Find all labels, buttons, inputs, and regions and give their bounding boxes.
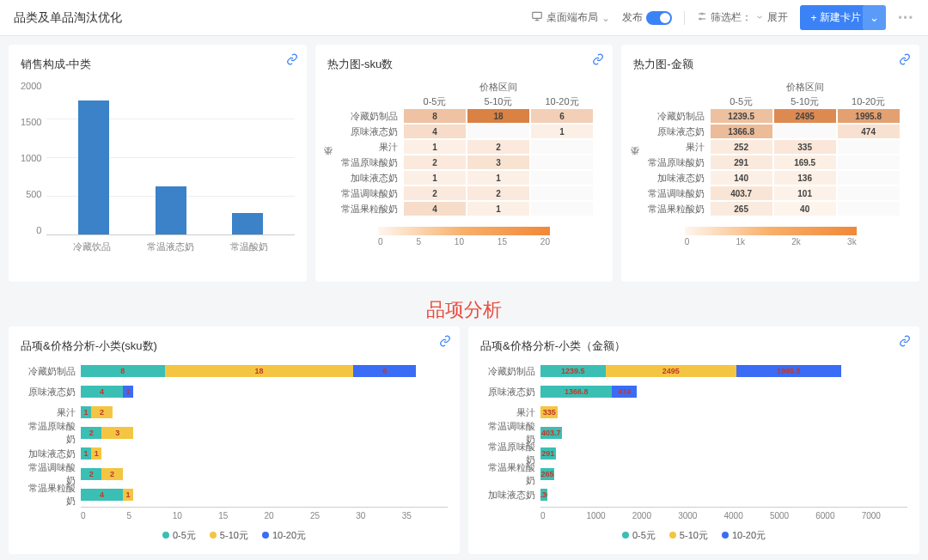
heat-cell[interactable]: 474 bbox=[838, 125, 900, 138]
heat-cell[interactable] bbox=[531, 202, 593, 216]
heat-cell[interactable]: 136 bbox=[774, 171, 836, 185]
heat-cell[interactable]: 2 bbox=[467, 140, 529, 154]
heat-cell[interactable]: 1 bbox=[467, 202, 529, 216]
heat-cell[interactable] bbox=[838, 202, 900, 216]
new-card-label: 新建卡片 bbox=[820, 10, 861, 25]
legend-item[interactable]: 10-20元 bbox=[722, 529, 766, 542]
heat-cell[interactable]: 291 bbox=[711, 155, 772, 169]
heat-cell[interactable] bbox=[838, 155, 900, 169]
bar-segment[interactable]: 6 bbox=[353, 365, 416, 377]
heat-cell[interactable]: 1 bbox=[531, 125, 593, 138]
bar[interactable] bbox=[232, 213, 263, 234]
bar-segment[interactable]: 335 bbox=[540, 406, 558, 418]
link-icon[interactable] bbox=[286, 53, 298, 68]
bar-segment[interactable]: 8 bbox=[81, 365, 165, 377]
new-card-button[interactable]: + 新建卡片 bbox=[800, 5, 871, 30]
heat-cell[interactable]: 4 bbox=[404, 202, 466, 216]
stacked-bar-chart: 冷藏奶制品8186原味液态奶41果汁12常温原味酸奶23加味液态奶11常温调味酸… bbox=[21, 362, 448, 542]
link-icon[interactable] bbox=[592, 53, 604, 68]
heat-cell[interactable]: 403.7 bbox=[711, 186, 772, 200]
heat-cell[interactable]: 2 bbox=[404, 155, 466, 169]
layout-selector[interactable]: 桌面端布局 ⌄ bbox=[531, 10, 610, 25]
card-title: 品项&价格分析-小类（金额） bbox=[480, 338, 907, 354]
bar-segment[interactable]: 2495 bbox=[606, 365, 736, 377]
bar-segment[interactable]: 1 bbox=[123, 489, 133, 501]
publish-label: 发布 bbox=[622, 10, 643, 25]
chevron-down-icon: ⌄ bbox=[601, 12, 610, 24]
legend-item[interactable]: 10-20元 bbox=[262, 529, 306, 542]
link-icon[interactable] bbox=[899, 53, 911, 68]
heat-cell[interactable]: 2 bbox=[404, 186, 466, 200]
heat-cell[interactable]: 1 bbox=[404, 171, 466, 185]
bar-segment[interactable]: 18 bbox=[165, 365, 354, 377]
bar-segment[interactable]: 1995.8 bbox=[736, 365, 841, 377]
heat-cell[interactable]: 4 bbox=[404, 125, 466, 138]
card-heat-sku: 热力图-sku数 价格区间0-5元5-10元10-20元小类冷藏奶制品8186原… bbox=[315, 45, 614, 282]
bar[interactable] bbox=[156, 186, 186, 234]
heat-cell[interactable]: 1995.8 bbox=[838, 109, 900, 123]
bar-segment[interactable]: 3 bbox=[101, 427, 133, 439]
filter-icon bbox=[697, 11, 707, 24]
heat-cell[interactable] bbox=[838, 140, 900, 154]
heat-cell[interactable]: 6 bbox=[531, 109, 593, 123]
heat-cell[interactable]: 1366.8 bbox=[711, 125, 772, 138]
heat-cell[interactable]: 335 bbox=[774, 140, 836, 154]
heat-cell[interactable]: 140 bbox=[711, 171, 772, 185]
filter-expand[interactable]: 筛选栏： 展开 bbox=[697, 10, 788, 25]
bar-segment[interactable]: 265 bbox=[540, 468, 554, 480]
heat-cell[interactable]: 8 bbox=[404, 109, 466, 123]
heat-cell[interactable] bbox=[838, 171, 900, 185]
bar-segment[interactable]: 4 bbox=[81, 386, 123, 398]
bar-segment[interactable]: 4 bbox=[81, 489, 123, 501]
bar-segment[interactable]: 403.7 bbox=[540, 427, 562, 439]
heat-cell[interactable] bbox=[838, 186, 900, 200]
bar[interactable] bbox=[78, 100, 109, 234]
bar-segment[interactable]: 2 bbox=[91, 406, 112, 418]
heat-cell[interactable]: 1 bbox=[404, 140, 466, 154]
heat-cell[interactable]: 1239.5 bbox=[711, 109, 772, 123]
bar-segment[interactable]: 291 bbox=[540, 447, 556, 460]
bar-segment[interactable]: 2 bbox=[81, 468, 101, 480]
heat-cell[interactable]: 265 bbox=[711, 202, 772, 216]
heat-cell[interactable]: 2 bbox=[467, 186, 529, 200]
bar-segment[interactable]: 2 bbox=[81, 427, 101, 439]
heat-cell[interactable] bbox=[531, 155, 593, 169]
expand-label: 展开 bbox=[767, 10, 788, 25]
bar-segment[interactable]: 2 bbox=[101, 468, 122, 480]
bar-segment[interactable]: 1 bbox=[91, 447, 101, 460]
heat-cell[interactable]: 3 bbox=[467, 155, 529, 169]
legend-item[interactable]: 5-10元 bbox=[210, 529, 248, 542]
bar-segment[interactable]: 1 bbox=[81, 447, 91, 460]
y-axis: 2000150010005000 bbox=[21, 81, 46, 235]
bar-segment[interactable]: 1239.5 bbox=[540, 365, 606, 377]
heat-cell[interactable] bbox=[467, 125, 529, 138]
heat-cell[interactable] bbox=[774, 125, 836, 138]
header-bar: 品类及单品淘汰优化 桌面端布局 ⌄ 发布 筛选栏： 展开 + bbox=[0, 0, 928, 36]
legend-item[interactable]: 5-10元 bbox=[669, 529, 708, 542]
bar-segment[interactable]: 1366.8 bbox=[540, 386, 612, 398]
heat-cell[interactable]: 18 bbox=[467, 109, 529, 123]
legend-item[interactable]: 0-5元 bbox=[622, 529, 656, 542]
heat-cell[interactable] bbox=[531, 140, 593, 154]
heat-cell[interactable]: 2495 bbox=[774, 109, 836, 123]
card-title: 品项&价格分析-小类(sku数) bbox=[21, 338, 448, 354]
publish-toggle[interactable] bbox=[646, 11, 672, 25]
card-stack-sku: 品项&价格分析-小类(sku数) 冷藏奶制品8186原味液态奶41果汁12常温原… bbox=[9, 326, 460, 554]
heat-cell[interactable] bbox=[531, 186, 593, 200]
new-card-dropdown[interactable]: ⌄ bbox=[863, 5, 886, 30]
more-menu[interactable]: ••• bbox=[898, 12, 914, 24]
heat-cell[interactable]: 252 bbox=[711, 140, 772, 154]
bar-segment[interactable]: 474 bbox=[612, 386, 637, 398]
heat-cell[interactable]: 101 bbox=[774, 186, 836, 200]
bar-segment[interactable]: 1 bbox=[81, 406, 91, 418]
legend-item[interactable]: 0-5元 bbox=[162, 529, 196, 542]
link-icon[interactable] bbox=[439, 335, 451, 350]
heat-cell[interactable]: 40 bbox=[774, 202, 836, 216]
heat-cell[interactable]: 1 bbox=[467, 171, 529, 185]
heat-cell[interactable]: 169.5 bbox=[774, 155, 836, 169]
bar-segment[interactable]: 136 bbox=[540, 489, 547, 501]
link-icon[interactable] bbox=[899, 335, 911, 350]
heat-cell[interactable] bbox=[531, 171, 593, 185]
svg-point-6 bbox=[699, 18, 701, 20]
bar-segment[interactable]: 1 bbox=[123, 386, 133, 398]
